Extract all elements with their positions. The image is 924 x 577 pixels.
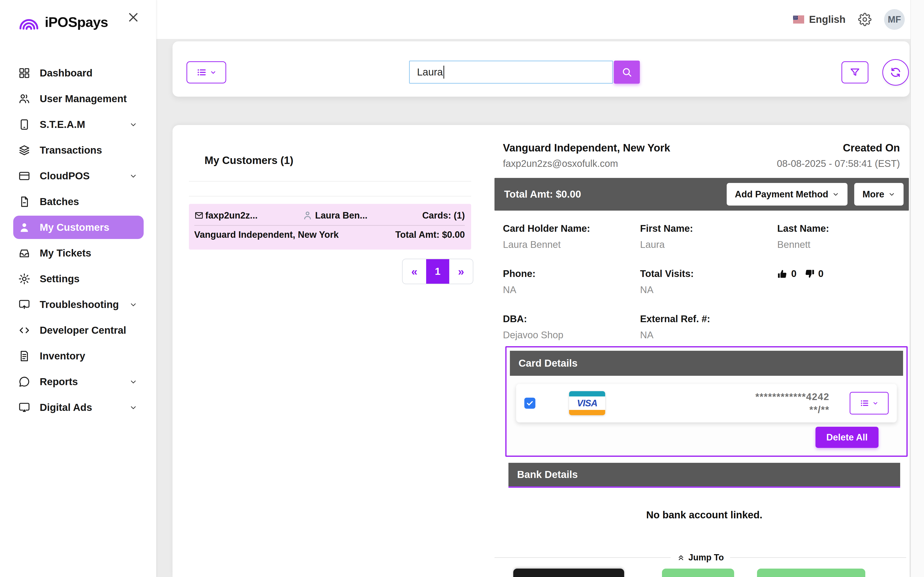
sidebar-item-settings[interactable]: Settings: [13, 266, 144, 292]
close-icon[interactable]: [126, 10, 141, 24]
chevron-down-icon: [129, 403, 137, 412]
created-on-value: 08-08-2025 - 07:58:41 (EST): [777, 158, 900, 169]
settings-gear-icon[interactable]: [858, 13, 872, 26]
sidebar-item-troubleshooting[interactable]: Troubleshooting: [13, 292, 144, 318]
sidebar-item-reports[interactable]: Reports: [13, 369, 144, 395]
thumbs-down-count: 0: [818, 268, 824, 279]
sidebar-item-my-customers[interactable]: My Customers: [13, 216, 144, 239]
search-button[interactable]: [614, 61, 640, 84]
refresh-button[interactable]: [882, 59, 909, 85]
card-details-header: Card Details: [510, 351, 903, 376]
top-header: English MF: [157, 0, 924, 39]
jump-action-green-button-2[interactable]: [757, 569, 865, 577]
users-icon: [18, 93, 31, 105]
add-payment-method-label: Add Payment Method: [735, 189, 828, 200]
card-details-section: Card Details VISA ************4242 **/**: [505, 346, 908, 457]
chevron-down-icon: [129, 172, 137, 180]
text-caret: [443, 66, 444, 79]
customer-cards-count: Cards: (1): [422, 210, 465, 221]
user-avatar[interactable]: MF: [884, 9, 905, 30]
sidebar-item-user-management[interactable]: User Management: [13, 86, 144, 111]
list-icon: [860, 398, 869, 408]
funnel-icon: [849, 67, 861, 78]
visa-logo: VISA: [569, 391, 605, 415]
sidebar-item-inventory[interactable]: Inventory: [13, 343, 144, 369]
screen-play-icon: [18, 401, 31, 414]
delete-all-button[interactable]: Delete All: [816, 427, 879, 448]
filter-button[interactable]: [842, 61, 868, 84]
sidebar-item-label: Digital Ads: [40, 402, 92, 413]
detail-fields-grid: Card Holder Name: Laura Bennet First Nam…: [503, 223, 829, 340]
search-input[interactable]: Laura: [409, 61, 613, 84]
sidebar-item-batches[interactable]: Batches: [13, 189, 144, 214]
sidebar-item-label: Dashboard: [40, 67, 92, 79]
chevron-down-icon: [872, 400, 879, 406]
sidebar-item-label: My Tickets: [40, 247, 91, 259]
rainbow-arc-icon: [17, 14, 40, 30]
language-selector[interactable]: English: [793, 14, 846, 25]
sidebar-item-label: Batches: [40, 196, 79, 208]
gear-icon: [18, 272, 31, 285]
pagination-prev-button[interactable]: «: [402, 259, 426, 284]
tablet-icon: [18, 118, 31, 131]
inbox-icon: [18, 247, 31, 259]
sidebar-item-developer-central[interactable]: Developer Central: [13, 318, 144, 343]
jump-action-dark-button[interactable]: [513, 569, 624, 577]
sidebar-item-label: Settings: [40, 273, 80, 285]
jump-action-green-button-1[interactable]: [662, 569, 734, 577]
customer-name-short: Laura Ben...: [315, 210, 368, 221]
detail-business-name: Vanguard Independent, New York: [503, 142, 670, 154]
customer-list-item[interactable]: faxp2un2z... Laura Ben... Cards: (1) Van…: [189, 204, 471, 250]
sidebar-item-label: Troubleshooting: [40, 299, 119, 310]
customer-list-title: My Customers (1): [205, 154, 293, 166]
sidebar-item-label: Reports: [40, 376, 78, 388]
sidebar-item-steam[interactable]: S.T.E.A.M: [13, 111, 144, 137]
list-icon: [196, 67, 207, 77]
saved-card-row: VISA ************4242 **/**: [516, 384, 897, 422]
jump-to-button[interactable]: Jump To: [677, 553, 724, 562]
document-icon: [18, 350, 31, 362]
sidebar-item-digital-ads[interactable]: Digital Ads: [13, 395, 144, 420]
thumbs-up-count: 0: [791, 268, 796, 279]
field-dba: DBA: Dejavoo Shop: [503, 314, 640, 340]
divider: [189, 181, 471, 182]
sidebar-item-label: Inventory: [40, 350, 85, 362]
thumbs-up-icon: [777, 269, 788, 279]
sidebar-item-cloudpos[interactable]: CloudPOS: [13, 163, 144, 189]
sync-icon: [889, 66, 902, 79]
field-last-name: Last Name: Bennett: [777, 223, 829, 250]
page-scrollbar[interactable]: [911, 0, 924, 577]
us-flag-icon: [793, 16, 804, 23]
credit-card-icon: [18, 170, 31, 182]
chat-bubble-icon: [18, 376, 31, 388]
language-label: English: [809, 14, 846, 25]
divider: [730, 557, 906, 558]
field-phone: Phone: NA: [503, 268, 640, 295]
bank-details-header: Bank Details: [509, 463, 900, 488]
chevron-down-icon: [832, 191, 839, 198]
screen-share-icon: [18, 298, 31, 311]
person-icon: [302, 210, 313, 221]
thumbs-down-icon: [804, 269, 815, 279]
magnifier-icon: [621, 66, 633, 78]
brand-name: iPOSpays: [45, 14, 108, 30]
sidebar-item-label: Transactions: [40, 145, 102, 156]
add-payment-method-button[interactable]: Add Payment Method: [727, 183, 848, 206]
search-type-dropdown[interactable]: [186, 61, 226, 84]
sidebar-item-dashboard[interactable]: Dashboard: [13, 60, 144, 86]
card-checkbox-checked[interactable]: [524, 398, 535, 409]
main-content-card: My Customers (1) faxp2un2z... Laura Ben.…: [173, 125, 909, 577]
pagination-next-button[interactable]: »: [449, 259, 473, 284]
sidebar-item-label: User Management: [40, 93, 127, 105]
pagination-page-1[interactable]: 1: [426, 259, 449, 284]
more-button[interactable]: More: [854, 183, 903, 206]
envelope-icon: [194, 211, 204, 220]
card-actions-dropdown[interactable]: [850, 392, 888, 414]
sidebar-item-label: Developer Central: [40, 324, 126, 336]
sidebar-item-my-tickets[interactable]: My Tickets: [13, 240, 144, 266]
chevron-down-icon: [129, 378, 137, 386]
bank-empty-message: No bank account linked.: [509, 509, 900, 521]
visa-wordmark: VISA: [569, 396, 605, 410]
divider: [189, 196, 471, 197]
sidebar-item-transactions[interactable]: Transactions: [13, 137, 144, 163]
